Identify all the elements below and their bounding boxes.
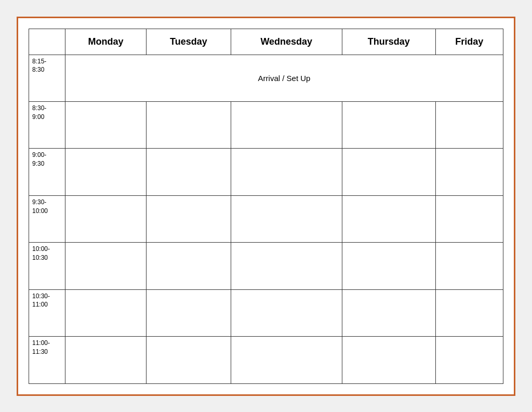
cell-4-4 [435, 243, 503, 289]
table-body: 8:15- 8:30Arrival / Set Up8:30- 9:009:00… [29, 55, 503, 383]
cell-4-0 [65, 243, 147, 289]
cell-1-1 [146, 101, 231, 148]
cell-6-3 [342, 337, 435, 383]
cell-3-3 [342, 195, 435, 242]
cell-2-0 [65, 149, 147, 195]
header-wednesday: Wednesday [231, 29, 342, 55]
table-row-6: 11:00- 11:30 [29, 337, 503, 383]
time-cell-6: 11:00- 11:30 [29, 337, 65, 383]
cell-3-1 [146, 195, 231, 242]
header-friday: Friday [435, 29, 503, 55]
cell-5-2 [231, 289, 342, 336]
arrival-cell: Arrival / Set Up [65, 55, 503, 101]
table-row-1: 8:30- 9:00 [29, 101, 503, 148]
cell-6-2 [231, 337, 342, 383]
time-cell-4: 10:00- 10:30 [29, 243, 65, 289]
cell-3-0 [65, 195, 147, 242]
cell-1-2 [231, 101, 342, 148]
cell-6-1 [146, 337, 231, 383]
table-row-0: 8:15- 8:30Arrival / Set Up [29, 55, 503, 101]
cell-5-0 [65, 289, 147, 336]
cell-2-2 [231, 149, 342, 195]
cell-4-1 [146, 243, 231, 289]
cell-2-4 [435, 149, 503, 195]
table-row-2: 9:00- 9:30 [29, 149, 503, 195]
time-cell-1: 8:30- 9:00 [29, 101, 65, 148]
cell-5-1 [146, 289, 231, 336]
time-cell-2: 9:00- 9:30 [29, 149, 65, 195]
cell-1-0 [65, 101, 147, 148]
time-cell-3: 9:30- 10:00 [29, 195, 65, 242]
header-monday: Monday [65, 29, 147, 55]
cell-1-3 [342, 101, 435, 148]
cell-3-4 [435, 195, 503, 242]
header-time-col [29, 29, 65, 55]
cell-3-2 [231, 195, 342, 242]
table-row-4: 10:00- 10:30 [29, 243, 503, 289]
table-row-3: 9:30- 10:00 [29, 195, 503, 242]
cell-6-4 [435, 337, 503, 383]
cell-5-4 [435, 289, 503, 336]
cell-1-4 [435, 101, 503, 148]
schedule-table: Monday Tuesday Wednesday Thursday Friday… [29, 29, 503, 384]
cell-4-3 [342, 243, 435, 289]
time-cell-5: 10:30- 11:00 [29, 289, 65, 336]
time-cell-0: 8:15- 8:30 [29, 55, 65, 101]
page-container: Monday Tuesday Wednesday Thursday Friday… [17, 17, 515, 396]
cell-4-2 [231, 243, 342, 289]
cell-2-1 [146, 149, 231, 195]
cell-5-3 [342, 289, 435, 336]
cell-6-0 [65, 337, 147, 383]
header-tuesday: Tuesday [146, 29, 231, 55]
header-row: Monday Tuesday Wednesday Thursday Friday [29, 29, 503, 55]
header-thursday: Thursday [342, 29, 435, 55]
cell-2-3 [342, 149, 435, 195]
table-row-5: 10:30- 11:00 [29, 289, 503, 336]
